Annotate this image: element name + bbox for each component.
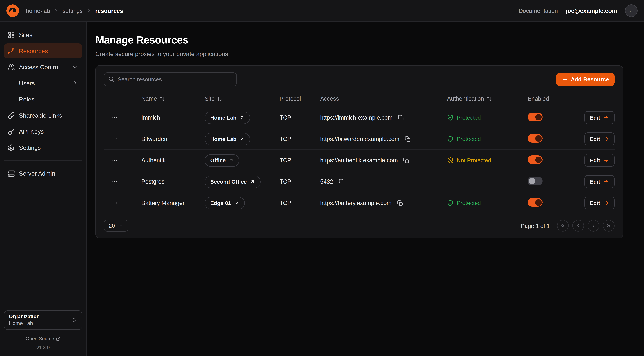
auth-status: Protected (447, 136, 528, 142)
breadcrumb-home-lab[interactable]: home-lab (26, 8, 50, 14)
enabled-toggle[interactable] (528, 113, 542, 121)
chevron-right-icon (54, 8, 59, 13)
external-link-icon (56, 336, 60, 341)
arrow-right-icon (603, 136, 609, 142)
site-name: Home Lab (210, 136, 236, 142)
edit-label: Edit (590, 115, 600, 121)
page-title: Manage Resources (96, 34, 623, 46)
sort-icon[interactable] (159, 96, 164, 101)
sidebar-item-settings[interactable]: Settings (4, 140, 82, 155)
copy-icon[interactable] (404, 135, 412, 143)
open-source-label: Open Source (26, 336, 54, 342)
resource-name: Immich (141, 114, 204, 121)
column-label: Site (204, 96, 215, 102)
breadcrumb-settings[interactable]: settings (62, 8, 83, 14)
copy-icon[interactable] (396, 199, 404, 207)
edit-button[interactable]: Edit (584, 111, 615, 124)
site-name: Office (210, 157, 226, 163)
key-icon (8, 128, 15, 135)
enabled-toggle[interactable] (528, 177, 542, 185)
avatar-initial: J (630, 8, 633, 14)
org-selector[interactable]: Organization Home Lab (4, 310, 82, 330)
sidebar-item-label: API Keys (19, 128, 44, 135)
last-page-button[interactable] (603, 220, 614, 232)
sidebar-item-label: Shareable Links (19, 112, 62, 119)
auth-status: - (447, 178, 528, 185)
breadcrumb-resources[interactable]: resources (95, 8, 123, 14)
sidebar-item-shareable-links[interactable]: Shareable Links (4, 108, 82, 123)
breadcrumb: home-lab settings resources (26, 8, 123, 14)
access-url: https://immich.example.com (320, 114, 392, 121)
page-size-select[interactable]: 20 (104, 220, 128, 232)
edit-button[interactable]: Edit (584, 175, 615, 188)
link-icon (8, 112, 15, 119)
copy-icon[interactable] (397, 114, 405, 122)
page-size-value: 20 (109, 223, 115, 229)
previous-page-button[interactable] (572, 220, 584, 232)
site-link[interactable]: Edge 01 (204, 197, 245, 209)
enabled-toggle[interactable] (528, 198, 542, 206)
edit-button[interactable]: Edit (584, 196, 615, 210)
chevrons-up-down-icon (71, 317, 77, 323)
edit-button[interactable]: Edit (584, 132, 615, 146)
sidebar-item-access-control[interactable]: Access Control (4, 60, 82, 74)
server-icon (8, 170, 15, 177)
arrow-up-right-icon (234, 200, 239, 206)
column-label: Protocol (280, 96, 301, 102)
copy-icon[interactable] (402, 156, 410, 164)
topbar: home-lab settings resources Documentatio… (0, 0, 644, 22)
row-menu-button[interactable] (110, 177, 120, 186)
first-page-button[interactable] (557, 220, 569, 232)
sidebar-item-roles[interactable]: Roles (4, 92, 82, 107)
site-link[interactable]: Home Lab (204, 112, 250, 124)
row-menu-button[interactable] (110, 113, 120, 122)
sidebar-footer: Organization Home Lab Open Source v1.3.0 (0, 305, 86, 356)
add-resource-label: Add Resource (571, 76, 609, 82)
table-row: Postgres Second Office TCP 5432 - Edit (104, 171, 614, 192)
table-footer: 20 Page 1 of 1 (104, 220, 614, 232)
org-selector-text: Organization Home Lab (9, 313, 40, 327)
chevron-down-icon (118, 223, 124, 228)
sort-icon[interactable] (217, 96, 222, 101)
grid-icon (8, 31, 15, 38)
access-url: https://bitwarden.example.com (320, 136, 400, 142)
sidebar-item-api-keys[interactable]: API Keys (4, 124, 82, 139)
column-header-authentication: Authentication (447, 96, 528, 102)
sidebar-item-label: Access Control (19, 64, 60, 70)
sidebar-item-sites[interactable]: Sites (4, 28, 82, 42)
column-header-site: Site (204, 96, 280, 102)
column-label: Access (320, 96, 339, 102)
sidebar-item-server-admin[interactable]: Server Admin (4, 166, 82, 181)
enabled-toggle[interactable] (528, 134, 542, 142)
sort-icon[interactable] (486, 96, 492, 101)
documentation-link[interactable]: Documentation (518, 8, 558, 14)
auth-label: - (447, 178, 449, 185)
avatar[interactable]: J (625, 4, 638, 17)
row-menu-button[interactable] (110, 134, 120, 144)
sidebar-item-users[interactable]: Users (4, 76, 82, 90)
next-page-button[interactable] (588, 220, 599, 232)
enabled-toggle[interactable] (528, 156, 542, 164)
site-link[interactable]: Home Lab (204, 133, 250, 145)
row-menu-button[interactable] (110, 156, 120, 165)
add-resource-button[interactable]: Add Resource (556, 73, 614, 86)
site-name: Second Office (210, 179, 247, 185)
resources-card: Add Resource Name Site Protocol (96, 65, 623, 238)
site-link[interactable]: Office (204, 154, 239, 166)
open-source-link[interactable]: Open Source (4, 336, 82, 342)
card-toolbar: Add Resource (104, 72, 614, 86)
search-input[interactable] (104, 72, 237, 86)
sidebar-item-label: Roles (19, 96, 34, 103)
copy-icon[interactable] (338, 178, 346, 186)
edit-button[interactable]: Edit (584, 154, 615, 167)
row-menu-button[interactable] (110, 198, 120, 208)
column-label: Authentication (447, 96, 484, 102)
user-email: joe@example.com (566, 8, 617, 14)
users-icon (8, 64, 15, 71)
site-link[interactable]: Second Office (204, 176, 260, 188)
pager (557, 220, 614, 232)
sidebar-item-resources[interactable]: Resources (4, 44, 82, 58)
app-logo-icon[interactable] (6, 4, 19, 17)
table-row: Immich Home Lab TCP https://immich.examp… (104, 107, 614, 128)
table-row: Authentik Office TCP https://authentik.e… (104, 150, 614, 171)
